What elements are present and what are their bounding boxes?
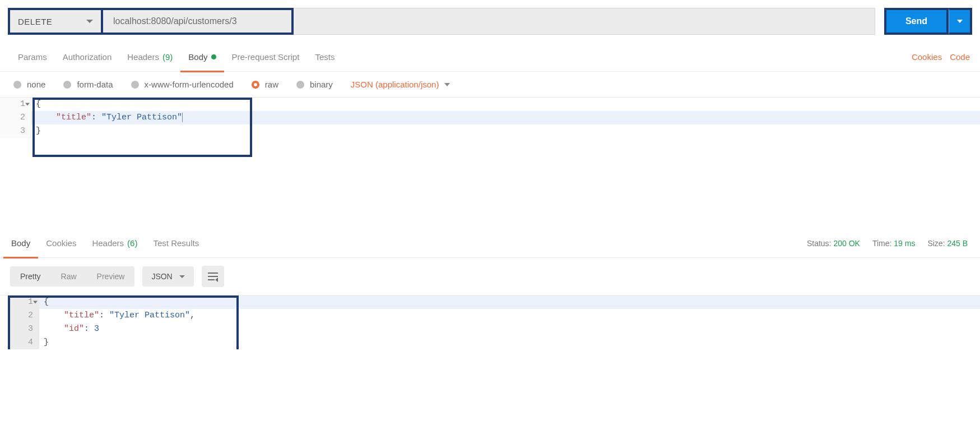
wrap-icon: [208, 273, 218, 280]
send-button[interactable]: Send: [884, 8, 949, 35]
time-value: 19 ms: [894, 239, 915, 248]
radio-selected-icon: [252, 81, 259, 89]
resp-tab-headers[interactable]: Headers (6): [84, 229, 145, 258]
chevron-down-icon: [444, 83, 450, 86]
send-button-label: Send: [905, 16, 927, 26]
radio-label: none: [27, 80, 45, 89]
content-type-value: JSON (application/json): [351, 80, 439, 89]
resp-tab-test-results[interactable]: Test Results: [145, 229, 207, 258]
response-body-editor[interactable]: 1 { 2 "title": "Tyler Pattison", 3 "id":…: [0, 295, 980, 349]
status-block: Status: 200 OK: [807, 239, 860, 248]
line-number: 1: [0, 98, 31, 111]
tab-label: Params: [18, 52, 47, 62]
line-number: 1: [8, 295, 39, 309]
content-type-select[interactable]: JSON (application/json): [351, 80, 450, 89]
view-mode-group: Pretty Raw Preview: [10, 266, 134, 287]
chevron-down-icon: [957, 20, 963, 23]
radio-icon: [63, 81, 71, 89]
radio-icon: [296, 81, 304, 89]
line-number: 3: [8, 322, 39, 336]
code-line: {: [31, 98, 980, 111]
request-right-links: Cookies Code: [912, 52, 970, 62]
fold-icon[interactable]: [25, 103, 30, 106]
http-method-value: DELETE: [18, 17, 52, 26]
tab-label: Pre-request Script: [232, 52, 300, 62]
send-button-group: Send: [884, 8, 972, 35]
request-tabs: Params Authorization Headers (9) Body Pr…: [0, 43, 980, 72]
tab-tests[interactable]: Tests: [307, 43, 342, 72]
request-url-value: localhost:8080/api/customers/3: [113, 16, 237, 26]
radio-icon: [13, 81, 21, 89]
body-type-none[interactable]: none: [13, 80, 45, 89]
response-format-select[interactable]: JSON: [142, 266, 193, 287]
request-url-input-extent[interactable]: [294, 8, 875, 35]
chevron-down-icon: [86, 20, 93, 23]
line-number: 4: [8, 336, 39, 349]
tab-label: Headers: [127, 52, 159, 62]
code-link[interactable]: Code: [950, 52, 970, 62]
wrap-lines-button[interactable]: [202, 266, 224, 287]
headers-count: (6): [127, 238, 137, 248]
resp-tab-body[interactable]: Body: [3, 229, 38, 258]
body-type-raw[interactable]: raw: [252, 80, 278, 89]
line-number: 2: [8, 309, 39, 322]
radio-icon: [131, 81, 139, 89]
size-value: 245 B: [947, 239, 968, 248]
headers-count: (9): [162, 52, 173, 62]
line-number: 2: [0, 111, 31, 124]
http-method-select[interactable]: DELETE: [8, 8, 103, 35]
radio-label: binary: [310, 80, 333, 89]
code-line: "id": 3: [39, 322, 980, 336]
body-type-form-data[interactable]: form-data: [63, 80, 113, 89]
tab-label: Body: [11, 238, 30, 248]
request-bar: DELETE localhost:8080/api/customers/3 Se…: [0, 0, 980, 43]
code-line: }: [39, 336, 980, 349]
body-type-urlencoded[interactable]: x-www-form-urlencoded: [131, 80, 234, 89]
radio-label: form-data: [77, 80, 113, 89]
body-type-row: none form-data x-www-form-urlencoded raw…: [0, 72, 980, 98]
cookies-link[interactable]: Cookies: [912, 52, 942, 62]
status-value: 200 OK: [833, 239, 860, 248]
tab-authorization[interactable]: Authorization: [55, 43, 120, 72]
tab-label: Test Results: [153, 238, 199, 248]
code-line: "title": "Tyler Pattison": [31, 111, 980, 124]
tab-label: Tests: [315, 52, 335, 62]
response-tabs: Body Cookies Headers (6) Test Results St…: [0, 229, 980, 258]
fold-icon[interactable]: [33, 301, 38, 304]
line-number: 3: [0, 124, 31, 138]
view-mode-preview[interactable]: Preview: [87, 266, 135, 287]
body-type-binary[interactable]: binary: [296, 80, 333, 89]
tab-label: Body: [188, 52, 207, 62]
tab-headers[interactable]: Headers (9): [119, 43, 180, 72]
tab-prerequest[interactable]: Pre-request Script: [224, 43, 308, 72]
response-meta: Status: 200 OK Time: 19 ms Size: 245 B: [807, 239, 977, 248]
send-split-button[interactable]: [949, 8, 972, 35]
format-value: JSON: [151, 272, 172, 281]
request-body-editor[interactable]: 1 { 2 "title": "Tyler Pattison" 3 }: [0, 98, 980, 227]
request-url-input[interactable]: localhost:8080/api/customers/3: [103, 8, 294, 35]
unsaved-dot-icon: [211, 54, 216, 59]
code-line: {: [39, 295, 980, 309]
tab-label: Authorization: [63, 52, 112, 62]
tab-params[interactable]: Params: [10, 43, 55, 72]
response-toolbar: Pretty Raw Preview JSON: [0, 258, 980, 295]
radio-label: raw: [265, 80, 278, 89]
chevron-down-icon: [179, 275, 185, 278]
tab-label: Headers: [92, 238, 124, 248]
time-block: Time: 19 ms: [872, 239, 916, 248]
code-line: }: [31, 124, 980, 138]
tab-label: Cookies: [46, 238, 76, 248]
view-mode-raw[interactable]: Raw: [51, 266, 87, 287]
code-line: "title": "Tyler Pattison",: [39, 309, 980, 322]
radio-label: x-www-form-urlencoded: [145, 80, 234, 89]
view-mode-pretty[interactable]: Pretty: [10, 266, 51, 287]
size-block: Size: 245 B: [927, 239, 968, 248]
tab-body[interactable]: Body: [180, 43, 224, 72]
resp-tab-cookies[interactable]: Cookies: [38, 229, 84, 258]
